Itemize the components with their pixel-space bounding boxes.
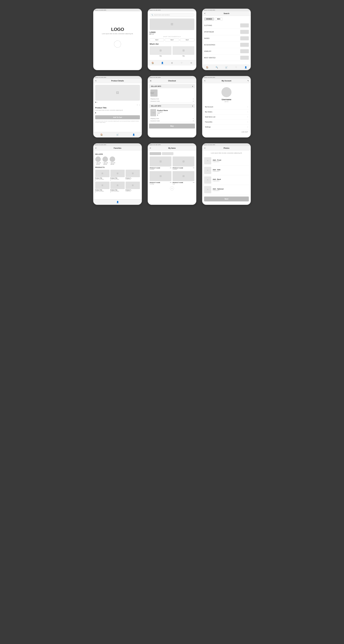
search-back-icon[interactable]: <: [204, 12, 205, 15]
search-tab-heart[interactable]: ♡: [235, 66, 237, 69]
tab-grid[interactable]: ⊞: [171, 62, 173, 64]
category-accessories[interactable]: ACCESSORIES: [204, 42, 249, 48]
seller-3[interactable]: ♡ SELLER @insta: [110, 156, 115, 165]
shipping-value-2: €: [193, 118, 194, 119]
seller-2[interactable]: ♡ SELLER @insta: [102, 156, 108, 165]
pd-share-icon[interactable]: ↑: [139, 104, 140, 106]
insurance-value-2: €: [193, 120, 194, 122]
account-avatar-wrap: [204, 87, 249, 97]
item-name-row-1: PRODUCT NAME •••: [150, 167, 172, 169]
search-tab-profile[interactable]: 👤: [244, 66, 247, 69]
item-card-4[interactable]: 🖼 PRODUCT NAME ••• Sold: [172, 171, 194, 184]
search-bar[interactable]: 🔍 Search items and members: [150, 13, 194, 17]
items-back-icon[interactable]: <: [150, 147, 151, 150]
seller-header-1[interactable]: SELLER INFO ∨: [149, 84, 195, 88]
account-menu-my-account[interactable]: My Account ›: [204, 104, 249, 110]
item-dots-2[interactable]: •••: [193, 167, 194, 169]
account-back-icon[interactable]: <: [204, 80, 205, 82]
add-to-cart-button[interactable]: Add To Cart: [95, 115, 140, 119]
splash-body: LOGO Lorem ipsum dolor sit amet, consect…: [93, 11, 142, 63]
account-menu-sold-items[interactable]: Sold Items List ›: [204, 114, 249, 120]
tab-men[interactable]: MEN: [215, 18, 222, 20]
photo-box-optional[interactable]: +: [204, 186, 211, 193]
category-sportwear[interactable]: SPORTWEAR: [204, 29, 249, 35]
pd-tab-profile[interactable]: 👤: [132, 133, 135, 136]
remove-label[interactable]: Remove Product: [150, 92, 158, 94]
tab-settings[interactable]: ⚙: [190, 62, 193, 64]
photo-row-back: + Add - Back Explanation: [204, 175, 249, 185]
photo-box-back[interactable]: +: [204, 176, 211, 184]
fav-product-2[interactable]: 🖼 Product Title Product Description €: [110, 170, 125, 181]
seller-header-2[interactable]: SELLER INFO ∨: [149, 104, 195, 108]
fav-tab-bar: 👤: [93, 199, 142, 204]
account-action-icon[interactable]: ✎: [247, 80, 249, 82]
search-tab-cart[interactable]: 🛒: [225, 66, 228, 69]
tab-profile[interactable]: 👤: [161, 62, 164, 64]
add-item-button[interactable]: +: [170, 186, 174, 190]
photo-box-front[interactable]: +: [204, 157, 211, 164]
item-img-3: 🖼: [150, 171, 172, 181]
item-dots-4[interactable]: •••: [193, 182, 194, 183]
fav-product-4[interactable]: 🖼 Product Title Product Description €: [95, 182, 110, 193]
items-tab-1[interactable]: [150, 152, 161, 155]
tab-heart[interactable]: ♡: [180, 62, 183, 64]
search-tab-search[interactable]: 🔍: [215, 66, 218, 69]
seller-info-label-2: SELLER INFO: [151, 105, 161, 107]
logout-button[interactable]: LOG OUT: [204, 130, 249, 133]
fav-thumb-2: 🖼: [110, 170, 125, 177]
fav-nav: < Favorites: [93, 146, 142, 150]
fav-back-icon[interactable]: <: [95, 147, 96, 150]
essentials-btn-1[interactable]: TEXT: [150, 38, 164, 41]
account-menu-favourites[interactable]: Favourites ›: [204, 120, 249, 124]
pd-tab-cart[interactable]: 🛒: [116, 133, 119, 136]
photos-back-icon[interactable]: <: [204, 147, 205, 150]
fav-tab-profile[interactable]: 👤: [116, 200, 119, 204]
item-status-3: Pending: [150, 183, 172, 184]
item-card-3[interactable]: 🖼 PRODUCT NAME ••• Pending: [150, 171, 172, 184]
essentials-btn-2[interactable]: TEXT: [165, 38, 179, 41]
item-dots-1[interactable]: •••: [170, 167, 172, 169]
pd-hero-image: 🖼: [95, 85, 140, 101]
category-clothing[interactable]: CLOTHING: [204, 22, 249, 29]
item-card-2[interactable]: 🖼 PRODUCT NAME ••• Available: [172, 156, 194, 170]
account-menu-my-orders[interactable]: My Orders ›: [204, 110, 249, 114]
fav-product-5[interactable]: 🖼 Product Title Product Description €: [110, 182, 125, 193]
seller-insta-1: @insta: [96, 164, 100, 165]
category-shoes[interactable]: SHOES: [204, 35, 249, 42]
photo-sub-optional: Explanation: [213, 190, 224, 191]
status-bar-fav: Sketch 9:41 AM 100%: [93, 144, 142, 146]
hot-product-1[interactable]: 🖼 Title: [150, 46, 172, 57]
hot-product-2[interactable]: 🖼 Title: [172, 46, 194, 57]
item-dots-3[interactable]: •••: [170, 182, 172, 183]
pd-back-icon[interactable]: <: [95, 80, 96, 82]
item-name-1: PRODUCT NAME: [150, 167, 160, 169]
item-card-1[interactable]: 🖼 PRODUCT NAME ••• Available: [150, 156, 172, 170]
pd-body: 🖼 ♡ ↑ Product Title Lorem ipsum dolor si…: [93, 83, 142, 132]
carousel-dots: [150, 34, 194, 34]
tab-women[interactable]: WOMEN: [204, 18, 214, 20]
fav-product-6[interactable]: 🖼 Product T... Product De...: [126, 182, 140, 193]
account-menu-settings[interactable]: Settings ›: [204, 124, 249, 130]
fav-product-3[interactable]: 🖼 Product T... Product De...: [126, 170, 140, 181]
checkout-close-icon[interactable]: ✕: [150, 80, 152, 82]
category-jewelry[interactable]: JEWELRY: [204, 48, 249, 54]
next-button[interactable]: Next: [204, 196, 249, 202]
checkout-nav: ✕ Checkout: [148, 79, 196, 83]
item-img-4: 🖼: [172, 171, 194, 181]
category-most-wanted[interactable]: MOST WANTED: [204, 54, 249, 61]
pd-heart-icon[interactable]: ♡: [137, 104, 138, 106]
hot-label-1: Title: [150, 55, 172, 57]
pd-tab-home[interactable]: 🏠: [100, 133, 103, 136]
pd-nav: < Product Details: [93, 79, 142, 83]
fav-thumb-4: 🖼: [95, 182, 110, 189]
seller-1[interactable]: ♡ SELLER @insta: [95, 156, 101, 165]
items-tab-2[interactable]: [162, 152, 173, 155]
photo-box-side[interactable]: +: [204, 167, 211, 174]
buy-button[interactable]: Buy: [149, 124, 195, 128]
search-tab-home[interactable]: 🏠: [206, 66, 209, 69]
status-account-text: Sketch 9:41 AM 100%: [204, 77, 215, 78]
essentials-btn-3[interactable]: TEXT: [180, 38, 194, 41]
fav-product-1[interactable]: 🖼 Product Title Product Description €: [95, 170, 110, 181]
tab-home[interactable]: 🏠: [151, 62, 154, 64]
checkout-nav-title: Checkout: [168, 80, 176, 82]
